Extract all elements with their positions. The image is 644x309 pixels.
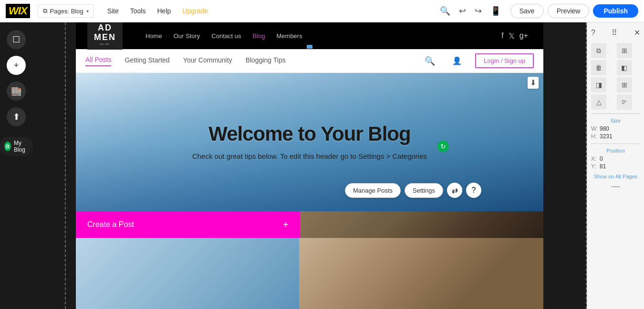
wix-logo: WIX bbox=[6, 4, 30, 18]
undo-icon[interactable]: ↩ bbox=[459, 6, 466, 16]
my-blog-label: My Blog bbox=[14, 140, 28, 153]
tab-getting-started[interactable]: Getting Started bbox=[125, 56, 169, 66]
size-section: Size W: 980 H: 3231 bbox=[591, 118, 640, 140]
pages-label: Pages: Blog bbox=[50, 8, 83, 15]
blog-search-icon[interactable]: 🔍 bbox=[425, 56, 435, 66]
mobile-icon[interactable]: 📱 bbox=[490, 6, 501, 16]
left-sidebar: ☐ + 🏬 ⬆ B My Blog bbox=[0, 22, 32, 309]
create-post-row: Create a Post + bbox=[76, 211, 543, 238]
my-blog-avatar: B bbox=[4, 142, 11, 151]
panel-header: ? ⠿ ✕ bbox=[591, 26, 640, 41]
twitter-icon[interactable]: 𝕏 bbox=[509, 31, 515, 41]
x-value: 0 bbox=[600, 155, 603, 162]
blog-filter-tabs: All Posts Getting Started Your Community… bbox=[76, 49, 543, 73]
close-icon[interactable]: ✕ bbox=[634, 28, 640, 37]
facebook-icon[interactable]: f bbox=[501, 31, 503, 41]
angle-button[interactable]: △ bbox=[591, 94, 606, 110]
collapse-button[interactable]: — bbox=[591, 181, 640, 191]
angle-val-button: 0° bbox=[617, 94, 632, 110]
redo-icon[interactable]: ↪ bbox=[475, 6, 482, 16]
chevron-down-icon: ▾ bbox=[86, 9, 89, 14]
save-button[interactable]: Save bbox=[510, 4, 544, 18]
nav-help[interactable]: Help bbox=[157, 7, 171, 15]
google-plus-icon[interactable]: g+ bbox=[519, 31, 528, 41]
post-thumbnail-right[interactable] bbox=[299, 238, 543, 309]
duplicate-button[interactable]: ⊞ bbox=[617, 43, 632, 58]
swap-icon[interactable]: ⇄ bbox=[447, 183, 462, 198]
post-thumbnails-row bbox=[76, 238, 543, 309]
nav-our-story[interactable]: Our Story bbox=[174, 32, 200, 40]
top-toolbar: WIX ⧉ Pages: Blog ▾ Site Tools Help Upgr… bbox=[0, 0, 644, 22]
download-icon[interactable]: ⬇ bbox=[528, 77, 539, 89]
site-logo: AD MEN —— bbox=[87, 22, 123, 51]
post-card-background bbox=[300, 211, 543, 238]
nav-members[interactable]: Members bbox=[277, 32, 302, 40]
tab-all-posts[interactable]: All Posts bbox=[85, 56, 111, 66]
nav-home[interactable]: Home bbox=[145, 32, 162, 40]
login-signup-button[interactable]: Login / Sign up bbox=[475, 53, 534, 68]
publish-button[interactable]: Publish bbox=[593, 4, 638, 18]
manage-posts-button[interactable]: Manage Posts bbox=[345, 183, 401, 198]
sidebar-upload-icon[interactable]: ⬆ bbox=[7, 107, 26, 126]
align-right-button[interactable]: ◨ bbox=[591, 77, 606, 93]
position-label: Position bbox=[591, 148, 640, 154]
layout-button[interactable]: ⊞ bbox=[617, 77, 632, 93]
hero-subtitle: Check out great tips below. To edit this… bbox=[192, 151, 427, 162]
panel-action-grid: ⧉ ⊞ 🗑 ◧ ◨ ⊞ △ 0° bbox=[591, 43, 640, 110]
canvas-left-border bbox=[65, 22, 66, 309]
grid-icon[interactable]: ⠿ bbox=[612, 28, 617, 37]
show-all-pages-link[interactable]: Show on All Pages bbox=[591, 174, 640, 179]
delete-button[interactable]: 🗑 bbox=[591, 60, 606, 75]
preview-button[interactable]: Preview bbox=[548, 4, 590, 18]
settings-button[interactable]: Settings bbox=[405, 183, 443, 198]
logo-line2: MEN bbox=[94, 33, 116, 42]
width-value: 980 bbox=[600, 125, 609, 132]
my-blog-button[interactable]: B My Blog bbox=[0, 137, 33, 156]
refresh-indicator[interactable]: ↻ bbox=[437, 141, 449, 152]
hero-title: Welcome to Your Blog bbox=[208, 123, 410, 145]
panel-divider bbox=[591, 113, 640, 114]
sidebar-square-icon[interactable]: ☐ bbox=[7, 30, 26, 49]
help-icon[interactable]: ? bbox=[591, 29, 595, 37]
sidebar-store-icon[interactable]: 🏬 bbox=[7, 82, 26, 101]
height-value: 3231 bbox=[600, 133, 613, 140]
canvas-top-handle[interactable] bbox=[307, 45, 312, 49]
position-section: Position X: 0 Y: 81 bbox=[591, 148, 640, 170]
panel-divider-2 bbox=[591, 144, 640, 144]
create-post-label: Create a Post bbox=[87, 220, 134, 229]
add-elements-button[interactable]: + bbox=[7, 56, 26, 75]
height-key: H: bbox=[591, 133, 600, 140]
toolbar-icons: 🔍 ↩ ↪ 📱 bbox=[440, 6, 501, 16]
tab-your-community[interactable]: Your Community bbox=[183, 56, 232, 66]
help-circle-icon[interactable]: ? bbox=[466, 183, 481, 198]
logo-line1: AD bbox=[98, 23, 112, 33]
x-key: X: bbox=[591, 155, 600, 162]
size-label: Size bbox=[591, 118, 640, 124]
height-row: H: 3231 bbox=[591, 133, 640, 140]
search-icon[interactable]: 🔍 bbox=[440, 6, 450, 16]
canvas-inner: AD MEN —— Home Our Story Contact us Blog… bbox=[76, 22, 543, 309]
pages-dropdown[interactable]: ⧉ Pages: Blog ▾ bbox=[38, 4, 94, 18]
width-row: W: 980 bbox=[591, 125, 640, 132]
width-key: W: bbox=[591, 125, 600, 132]
copy-button[interactable]: ⧉ bbox=[591, 43, 606, 58]
nav-upgrade[interactable]: Upgrade bbox=[182, 7, 208, 15]
create-post-button[interactable]: Create a Post + bbox=[76, 211, 300, 238]
right-properties-panel: ? ⠿ ✕ ⧉ ⊞ 🗑 ◧ ◨ ⊞ △ 0° Size W: 980 H: 32… bbox=[587, 22, 644, 309]
post-thumbnail-left[interactable] bbox=[76, 238, 299, 309]
blog-content-area: Create a Post + bbox=[76, 211, 543, 309]
y-value: 81 bbox=[600, 163, 606, 170]
pages-icon: ⧉ bbox=[43, 7, 47, 15]
nav-site[interactable]: Site bbox=[107, 7, 119, 15]
social-icons: f 𝕏 g+ bbox=[501, 31, 528, 41]
site-nav-links: Home Our Story Contact us Blog Members bbox=[145, 32, 488, 40]
canvas-area: AD MEN —— Home Our Story Contact us Blog… bbox=[32, 22, 587, 309]
nav-contact[interactable]: Contact us bbox=[211, 32, 241, 40]
nav-blog[interactable]: Blog bbox=[252, 32, 265, 40]
blog-account-icon[interactable]: 👤 bbox=[452, 56, 462, 65]
align-left-button[interactable]: ◧ bbox=[617, 60, 632, 75]
manage-popup: Manage Posts Settings ⇄ ? bbox=[345, 183, 481, 198]
y-row: Y: 81 bbox=[591, 163, 640, 170]
tab-blogging-tips[interactable]: Blogging Tips bbox=[246, 56, 286, 66]
nav-tools[interactable]: Tools bbox=[130, 7, 146, 15]
